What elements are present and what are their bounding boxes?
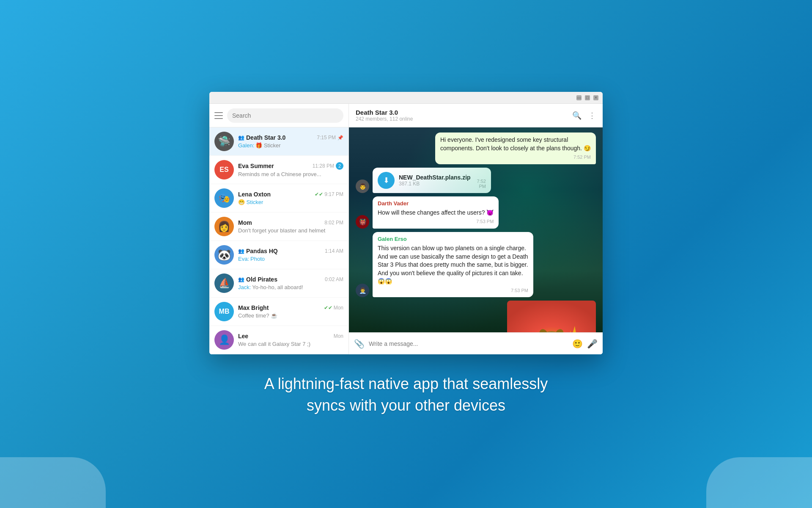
chat-item-lee[interactable]: 👤 Lee Mon We can call it Galaxy Star 7 ;… [209, 326, 348, 354]
avatar-death-star: 🛸 [214, 132, 234, 151]
chat-info-pandas: 👥 Pandas HQ 1:14 AM Eva: Photo [238, 248, 343, 262]
search-input[interactable] [232, 112, 338, 119]
minimize-button[interactable]: — [576, 95, 582, 100]
attach-button[interactable]: 📎 [354, 339, 365, 349]
message-wrapper-file: 👨 ⬇ NEW_DeathStar.plans.zip 387.1 KB 7:5… [356, 168, 596, 193]
chat-preview-max: Coffee time? ☕ [238, 312, 343, 319]
chat-time-pandas: 1:14 AM [325, 248, 343, 254]
chat-info-mom: Mom 8:02 PM Don't forget your blaster an… [238, 219, 343, 234]
chat-preview-old-pirates: Jack: Yo-ho-ho, all aboard! [238, 284, 343, 290]
emoji-button[interactable]: 🙂 [572, 339, 583, 349]
chat-item-lena[interactable]: 🎭 Lena Oxton ✔✔ 9:17 PM 😁 Sticker [209, 184, 348, 213]
chat-time-lena: 9:17 PM [324, 191, 343, 197]
avatar-old-pirates: ⛵ [214, 273, 234, 293]
message-wrapper-1: Hi everyone. I've redesigned some key st… [356, 133, 596, 164]
app-content: 🛸 👥 Death Star 3.0 7:15 PM 📌 [209, 104, 603, 354]
chat-info-eva: Eva Summer 11:28 PM 2 Reminds me of a Ch… [238, 162, 343, 177]
chat-item-pandas[interactable]: 🐼 👥 Pandas HQ 1:14 AM Eva: Photo [209, 241, 348, 269]
avatar-lee: 👤 [214, 330, 234, 350]
menu-button[interactable] [214, 112, 223, 119]
chat-preview-pandas: Eva: Photo [238, 256, 343, 262]
title-bar: — □ × [209, 92, 603, 104]
chat-members: 242 members, 112 online [356, 116, 413, 122]
sidebar: 🛸 👥 Death Star 3.0 7:15 PM 📌 [209, 104, 349, 354]
messages-area: Hi everyone. I've redesigned some key st… [349, 127, 603, 332]
message-bubble-darth: Darth Vader How will these changes affec… [373, 196, 499, 229]
chat-preview-mom: Don't forget your blaster and helmet [238, 227, 343, 234]
maximize-button[interactable]: □ [585, 95, 590, 100]
chat-item-max-bright[interactable]: MB Max Bright ✔✔ Mon Coffee time? ☕ [209, 298, 348, 326]
check-mark-max: ✔✔ [324, 305, 332, 311]
chat-name: 👥 Death Star 3.0 [238, 134, 285, 141]
sender-name-darth: Darth Vader [378, 200, 494, 207]
chat-item-old-pirates[interactable]: ⛵ 👥 Old Pirates 0:02 AM Jack: Yo-ho-ho, … [209, 269, 348, 298]
cloud-decoration-right [706, 457, 812, 508]
chat-time: 7:15 PM [317, 135, 336, 141]
chat-name-old-pirates: 👥 Old Pirates [238, 276, 277, 283]
tagline: A lightning-fast native app that seamles… [264, 373, 548, 416]
chat-title: Death Star 3.0 [356, 109, 413, 116]
message-bubble-1: Hi everyone. I've redesigned some key st… [435, 133, 596, 164]
avatar-sender-file: 👨 [356, 179, 369, 193]
chat-header-info: Death Star 3.0 242 members, 112 online [356, 109, 413, 122]
chat-name-lena: Lena Oxton [238, 191, 271, 198]
chat-time-old-pirates: 0:02 AM [325, 276, 343, 282]
search-button[interactable]: 🔍 [572, 111, 582, 120]
sticker-container: 👨‍💼 [356, 301, 596, 332]
message-text-1: Hi everyone. I've redesigned some key st… [440, 136, 591, 152]
chat-preview-lee: We can call it Galaxy Star 7 ;) [238, 341, 343, 347]
avatar-lena: 🎭 [214, 188, 234, 208]
svg-rect-0 [507, 301, 596, 332]
more-button[interactable]: ⋮ [588, 111, 596, 120]
mic-button[interactable]: 🎤 [587, 339, 598, 349]
avatar-max-bright: MB [214, 302, 234, 321]
message-wrapper-darth: 👹 Darth Vader How will these changes aff… [356, 196, 596, 229]
cloud-decoration-left [0, 457, 106, 508]
chat-info-death-star: 👥 Death Star 3.0 7:15 PM 📌 Galen: 🎁 Stic… [238, 134, 343, 149]
file-size: 387.1 KB [399, 181, 471, 187]
tagline-line1: A lightning-fast native app that seamles… [264, 373, 548, 395]
chat-item-mom[interactable]: 👩 Mom 8:02 PM Don't forget your blaster … [209, 213, 348, 241]
chat-info-old-pirates: 👥 Old Pirates 0:02 AM Jack: Yo-ho-ho, al… [238, 276, 343, 290]
chat-header: Death Star 3.0 242 members, 112 online 🔍… [349, 104, 603, 127]
app-window: — □ × 🛸 [209, 92, 603, 354]
file-time: 7:52 PM [475, 179, 486, 189]
file-attachment: ⬇ NEW_DeathStar.plans.zip 387.1 KB 7:52 … [373, 168, 491, 193]
sender-name-galen: Galen Erso [378, 235, 528, 243]
avatar-pandas: 🐼 [214, 245, 234, 265]
chat-preview-lena: 😁 Sticker [238, 199, 343, 205]
chat-item-eva-summer[interactable]: ES Eva Summer 11:28 PM 2 Reminds me of a… [209, 156, 348, 184]
pin-icon: 📌 [337, 135, 343, 141]
chat-time-eva: 11:28 PM [313, 163, 334, 169]
chat-time-lee: Mon [334, 333, 343, 339]
message-text-darth: How will these changes affect the users?… [378, 209, 494, 217]
sticker-image: 👨‍💼 [507, 301, 596, 332]
chat-name-mom: Mom [238, 219, 252, 226]
message-input[interactable] [369, 340, 568, 347]
sidebar-header [209, 104, 348, 127]
chat-preview: Galen: 🎁 Sticker [238, 142, 343, 149]
chat-name-lee: Lee [238, 333, 248, 340]
chat-info-lena: Lena Oxton ✔✔ 9:17 PM 😁 Sticker [238, 191, 343, 205]
file-name: NEW_DeathStar.plans.zip [399, 174, 471, 181]
chat-item-death-star[interactable]: 🛸 👥 Death Star 3.0 7:15 PM 📌 [209, 127, 348, 156]
chat-header-actions: 🔍 ⋮ [572, 111, 596, 120]
chat-name-pandas: 👥 Pandas HQ [238, 248, 278, 254]
message-text-galen: This version can blow up two planets on … [378, 244, 528, 286]
close-button[interactable]: × [593, 95, 598, 100]
chat-list: 🛸 👥 Death Star 3.0 7:15 PM 📌 [209, 127, 348, 354]
avatar-galen: 👨‍💼 [356, 284, 369, 297]
search-box[interactable] [227, 108, 343, 123]
group-icon: 👥 [238, 135, 244, 141]
avatar-darth: 👹 [356, 215, 369, 229]
chat-time-max: Mon [334, 305, 343, 311]
check-mark-lena: ✔✔ [315, 191, 323, 197]
message-wrapper-galen: 👨‍💼 Galen Erso This version can blow up … [356, 232, 596, 298]
file-info: NEW_DeathStar.plans.zip 387.1 KB [399, 174, 471, 187]
chat-preview-eva: Reminds me of a Chinese prove... [238, 171, 343, 177]
file-download-icon: ⬇ [378, 172, 395, 189]
avatar-eva-summer: ES [214, 160, 234, 179]
chat-time-mom: 8:02 PM [324, 220, 343, 226]
message-bubble-galen: Galen Erso This version can blow up two … [373, 232, 533, 298]
tagline-line2: syncs with your other devices [264, 395, 548, 416]
